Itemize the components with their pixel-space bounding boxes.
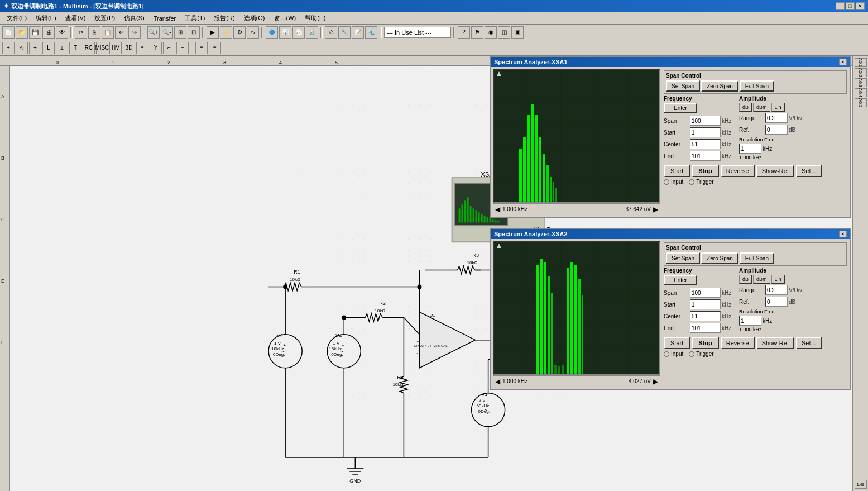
xsa1-enter-btn[interactable]: Enter (664, 103, 697, 113)
diode-btn[interactable]: ± (56, 42, 68, 54)
mcu-btn[interactable]: Y (150, 42, 162, 54)
menu-place[interactable]: 放置(P) (90, 13, 119, 23)
xsa1-set-span-btn[interactable]: Set Span (666, 80, 700, 92)
bus-btn[interactable]: ≡ (209, 42, 221, 54)
xsa2-enter-btn[interactable]: Enter (664, 275, 697, 285)
menu-simulate[interactable]: 仿真(S) (119, 13, 149, 23)
xsa1-trigger-radio-btn[interactable] (689, 179, 694, 185)
ladder-btn[interactable]: ⌐ (163, 42, 175, 54)
indicator-btn[interactable]: + (29, 42, 41, 54)
xsa1-input-radio-btn[interactable] (664, 179, 669, 185)
menu-help[interactable]: 帮助(H) (300, 13, 330, 23)
rstrip-btn4[interactable]: AG:4 (855, 88, 867, 97)
xsa1-full-span-btn[interactable]: Full Span (740, 80, 774, 92)
xsa2-set-button[interactable]: Set... (796, 337, 822, 349)
xsa1-res-input[interactable] (739, 144, 761, 154)
new-btn[interactable]: 📄 (2, 26, 15, 39)
xsa2-reverse-button[interactable]: Reverse (721, 337, 755, 349)
xsa1-db-btn[interactable]: dB (739, 103, 752, 112)
xsa2-trigger-radio-btn[interactable] (689, 351, 694, 357)
xsa1-stop-button[interactable]: Stop (692, 165, 718, 177)
analog-btn[interactable]: RC (83, 42, 95, 54)
basic-btn[interactable]: L (42, 42, 55, 54)
source-btn[interactable]: + (2, 42, 15, 54)
menu-options[interactable]: 选项(O) (239, 13, 270, 23)
close-button[interactable]: × (856, 2, 865, 10)
xsa1-freq-right-arrow[interactable]: ▶ (653, 206, 658, 213)
grapher-btn[interactable]: 📊 (279, 26, 291, 39)
comp-btn[interactable]: ⚙ (233, 26, 246, 39)
paste-btn[interactable]: 📋 (102, 26, 114, 39)
xsa1-showref-button[interactable]: Show-Ref (756, 165, 794, 177)
signal-btn[interactable]: ∿ (16, 42, 28, 54)
misc-btn[interactable]: MISC (96, 42, 108, 54)
xsa2-freq-right-arrow[interactable]: ▶ (653, 378, 658, 385)
zoom-fit-btn[interactable]: ⊞ (174, 26, 186, 39)
xsa1-end-input[interactable] (690, 151, 721, 161)
extra2-btn[interactable]: 🔧 (338, 26, 351, 39)
rstrip-btn1[interactable]: AG:1 (855, 58, 867, 67)
maximize-button[interactable]: □ (846, 2, 855, 10)
inuse-dropdown[interactable]: --- In Use List --- (384, 27, 451, 38)
xsa1-freq-left-arrow[interactable]: ◀ (495, 206, 500, 213)
extra5-btn[interactable]: ⚑ (471, 26, 483, 39)
xsa2-start-button[interactable]: Start (664, 337, 690, 349)
xsa1-ref-input[interactable] (765, 125, 788, 135)
menu-window[interactable]: 窗口(W) (270, 13, 301, 23)
minimize-button[interactable]: _ (836, 2, 845, 10)
cut-btn[interactable]: ✂ (75, 26, 87, 39)
menu-tools[interactable]: 工具(T) (180, 13, 209, 23)
menu-edit[interactable]: 编辑(E) (31, 13, 61, 23)
title-bar-controls[interactable]: _ □ × (836, 2, 865, 10)
xsa2-lin-btn[interactable]: Lin (771, 275, 785, 284)
xsa2-start-input[interactable] (690, 299, 721, 309)
menu-transfer[interactable]: Transfer (149, 14, 181, 23)
xsa2-db-btn[interactable]: dB (739, 275, 752, 284)
wire-btn[interactable]: ∿ (247, 26, 259, 39)
menu-view[interactable]: 查看(V) (61, 13, 90, 23)
xsa2-center-input[interactable] (690, 311, 721, 321)
view-btn[interactable]: ◫ (498, 26, 510, 39)
hv-btn[interactable]: HV (109, 42, 122, 54)
rf-btn[interactable]: ≡ (136, 42, 148, 54)
connectors-btn[interactable]: ⌐ (176, 42, 189, 54)
zoom-out-btn[interactable]: 🔍- (161, 26, 173, 39)
xsa2-dbm-btn[interactable]: dBm (753, 275, 770, 284)
xsa1-zero-span-btn[interactable]: Zero Span (701, 80, 738, 92)
xsa2-span-input[interactable] (690, 288, 721, 298)
save-btn[interactable]: 💾 (29, 26, 41, 39)
open-btn[interactable]: 📂 (16, 26, 28, 39)
print-preview-btn[interactable]: 👁 (56, 26, 68, 39)
zoom-in-btn[interactable]: 🔍+ (147, 26, 160, 39)
redo-btn[interactable]: ↪ (128, 26, 141, 39)
run-btn[interactable]: ▶ (207, 26, 219, 39)
probe-btn[interactable]: 🔬 (306, 26, 318, 39)
xsa1-start-input[interactable] (690, 127, 721, 137)
3d-btn[interactable]: 3D (123, 42, 135, 54)
rstrip-btn2[interactable]: AG:2 (855, 68, 867, 77)
xsa2-close-button[interactable]: × (839, 231, 847, 237)
inst-btn[interactable]: ⚡ (220, 26, 232, 39)
rstrip-btn5[interactable]: AG:5 (855, 98, 867, 107)
xsa2-freq-left-arrow[interactable]: ◀ (495, 378, 500, 385)
xsa1-span-input[interactable] (690, 116, 721, 126)
extra4-btn[interactable]: 🔩 (365, 26, 377, 39)
xsa2-stop-button[interactable]: Stop (692, 337, 718, 349)
undo-btn[interactable]: ↩ (115, 26, 127, 39)
menu-reports[interactable]: 报告(R) (209, 13, 239, 23)
xsa2-set-span-btn[interactable]: Set Span (666, 252, 700, 264)
xsa1-center-input[interactable] (690, 139, 721, 149)
xsa1-close-button[interactable]: × (839, 59, 847, 65)
xsa2-end-input[interactable] (690, 323, 721, 333)
zoom-select-btn[interactable]: ⊡ (188, 26, 200, 39)
xsa2-range-input[interactable] (765, 285, 788, 295)
xsa2-input-radio-btn[interactable] (664, 351, 669, 357)
print-btn[interactable]: 🖨 (42, 26, 55, 39)
sim-btn[interactable]: 🔷 (266, 26, 278, 39)
copy-btn[interactable]: ⎘ (88, 26, 100, 39)
analysis-btn[interactable]: 📈 (292, 26, 305, 39)
transistor-btn[interactable]: T (69, 42, 81, 54)
xsa2-ref-input[interactable] (765, 297, 788, 307)
xsa1-dbm-btn[interactable]: dBm (753, 103, 770, 112)
xsa1-start-button[interactable]: Start (664, 165, 690, 177)
